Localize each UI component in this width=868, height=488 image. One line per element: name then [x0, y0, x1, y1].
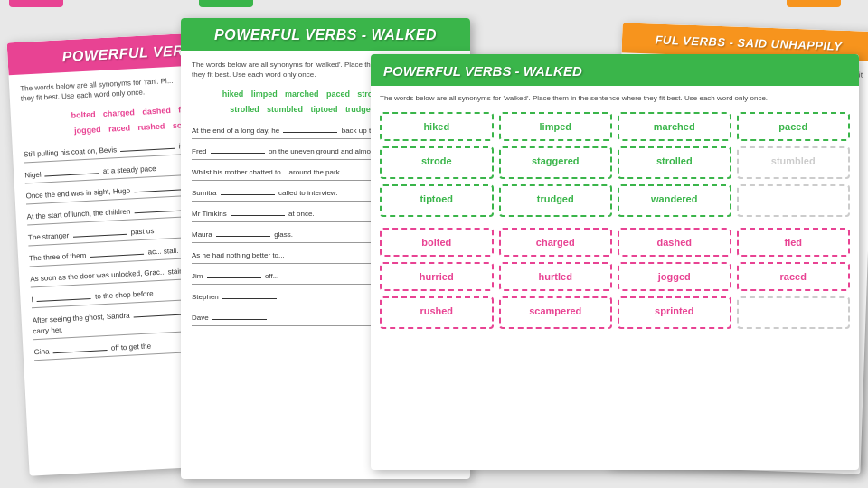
tile-paced[interactable]: paced: [737, 112, 851, 141]
worksheet-tiles: POWERFUL VERBS - WALKED The words below …: [371, 54, 859, 470]
tile-raced[interactable]: raced: [737, 262, 851, 291]
tile-limped[interactable]: limped: [499, 112, 613, 141]
tile-dashed[interactable]: dashed: [618, 228, 731, 257]
tile-hurried[interactable]: hurried: [380, 262, 494, 291]
decorative-strip-left: [9, 0, 63, 7]
tiles-bottom-grid: bolted charged dashed fled hurried hurtl…: [380, 228, 850, 329]
tile-sprinted[interactable]: sprinted: [618, 296, 731, 329]
tile-charged[interactable]: charged: [499, 228, 613, 257]
tiles-title: POWERFUL VERBS - WALKED: [383, 63, 846, 79]
tiles-body: The words below are all synonyms for 'wa…: [371, 86, 859, 347]
tile-hiked[interactable]: hiked: [380, 112, 494, 141]
tile-scampered[interactable]: scampered: [499, 296, 613, 329]
tile-empty-3: [737, 296, 851, 329]
tile-rushed[interactable]: rushed: [380, 296, 494, 329]
decorative-strip-mid: [199, 0, 253, 7]
tile-tiptoed[interactable]: tiptoed: [380, 184, 494, 217]
tile-empty-2: [737, 184, 851, 217]
tile-strode[interactable]: strode: [380, 146, 494, 179]
walked-title: POWERFUL VERBS - WALKED: [193, 27, 458, 43]
walked-header: POWERFUL VERBS - WALKED: [181, 18, 470, 51]
tile-empty-1: stumbled: [737, 146, 851, 179]
tile-wandered[interactable]: wandered: [618, 184, 731, 217]
tile-bolted[interactable]: bolted: [380, 228, 494, 257]
tile-staggered[interactable]: staggered: [499, 146, 613, 179]
tile-trudged[interactable]: trudged: [499, 184, 613, 217]
tiles-top-grid: hiked limped marched paced strode stagge…: [380, 112, 850, 217]
tile-fled[interactable]: fled: [737, 228, 851, 257]
tile-strolled[interactable]: strolled: [618, 146, 731, 179]
tiles-header: POWERFUL VERBS - WALKED: [371, 54, 859, 86]
tiles-instruction: The words below are all synonyms for 'wa…: [380, 93, 850, 103]
decorative-strip-right: [787, 0, 841, 7]
tile-marched[interactable]: marched: [618, 112, 731, 141]
said-title: FUL VERBS - SAID UNHAPPILY: [635, 33, 863, 54]
tile-hurtled[interactable]: hurtled: [499, 262, 613, 291]
tile-jogged[interactable]: jogged: [618, 262, 731, 291]
